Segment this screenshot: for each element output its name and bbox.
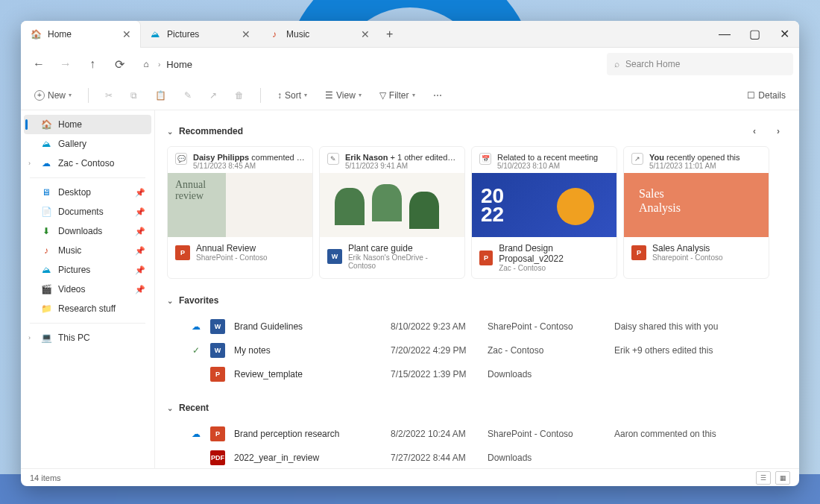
tab-music[interactable]: ♪ Music ✕ bbox=[259, 21, 379, 48]
file-row[interactable]: PDF 2022_year_in_review 7/27/2022 8:44 A… bbox=[167, 446, 787, 468]
file-type-icon: P bbox=[479, 251, 493, 265]
section-header-recommended[interactable]: ⌄ Recommended ‹ › bbox=[167, 116, 787, 146]
downloads-icon: ⬇ bbox=[40, 225, 52, 237]
file-name: Brand Design Proposal_v2022 bbox=[499, 243, 609, 264]
tab-home[interactable]: 🏠 Home ✕ bbox=[21, 21, 140, 48]
sidebar-label: Research stuff bbox=[58, 303, 116, 314]
file-row[interactable]: ✓ W My notes 7/20/2022 4:29 PM Zac - Con… bbox=[167, 338, 787, 362]
up-button[interactable]: ↑ bbox=[81, 52, 104, 76]
activity-text: Erik Nason + 1 other edited this bbox=[345, 153, 457, 162]
view-button[interactable]: ☰ View ▾ bbox=[321, 87, 366, 104]
scroll-left-button[interactable]: ‹ bbox=[745, 122, 763, 140]
home-icon: 🏠 bbox=[40, 119, 52, 130]
section-title: Recent bbox=[179, 403, 209, 413]
tab-pictures[interactable]: ⛰ Pictures ✕ bbox=[140, 21, 259, 48]
close-icon[interactable]: ✕ bbox=[122, 28, 131, 40]
music-icon: ♪ bbox=[40, 245, 52, 256]
sort-button[interactable]: ↕ Sort ▾ bbox=[273, 87, 312, 104]
share-button[interactable]: ↗ bbox=[205, 87, 221, 104]
pin-icon[interactable]: 📌 bbox=[135, 188, 145, 198]
forward-button[interactable]: → bbox=[54, 52, 78, 76]
section-header-favorites[interactable]: ⌄ Favorites bbox=[167, 289, 787, 312]
back-button[interactable]: ← bbox=[27, 52, 51, 76]
pin-icon[interactable]: 📌 bbox=[135, 227, 145, 236]
pin-icon[interactable]: 📌 bbox=[135, 265, 145, 275]
file-row[interactable]: ☁ P Brand perception research 8/2/2022 1… bbox=[167, 422, 787, 446]
recommended-card[interactable]: ↗ You recently opened this 5/11/2023 11:… bbox=[623, 146, 769, 279]
pictures-icon: ⛰ bbox=[40, 264, 52, 276]
pictures-icon: ⛰ bbox=[149, 28, 161, 40]
content: ⌄ Recommended ‹ › 💬 Daisy Philipps comme… bbox=[155, 110, 799, 468]
view-details-button[interactable]: ☰ bbox=[756, 471, 771, 485]
activity-text: Related to a recent meeting bbox=[497, 153, 609, 162]
close-icon[interactable]: ✕ bbox=[361, 28, 370, 40]
view-thumbnails-button[interactable]: ▦ bbox=[775, 471, 790, 485]
address-bar[interactable]: ⌂ › Home bbox=[134, 58, 604, 70]
refresh-button[interactable]: ⟳ bbox=[107, 52, 131, 76]
sidebar-item-zac[interactable]: ›☁Zac - Contoso bbox=[24, 154, 151, 173]
recommended-card[interactable]: 💬 Daisy Philipps commented on... 5/11/20… bbox=[167, 146, 313, 279]
chevron-down-icon: ▾ bbox=[69, 92, 72, 98]
paste-button[interactable]: 📋 bbox=[151, 87, 171, 104]
pin-icon[interactable]: 📌 bbox=[135, 207, 145, 217]
sidebar-item-pictures[interactable]: ⛰Pictures📌 bbox=[24, 260, 151, 280]
documents-icon: 📄 bbox=[40, 206, 52, 218]
scroll-right-button[interactable]: › bbox=[769, 122, 787, 140]
sidebar-label: Documents bbox=[58, 207, 104, 217]
sidebar-item-research[interactable]: 📁Research stuff bbox=[24, 299, 151, 318]
sidebar-item-home[interactable]: 🏠Home bbox=[24, 115, 151, 134]
rename-button[interactable]: ✎ bbox=[180, 87, 196, 104]
chevron-right-icon[interactable]: › bbox=[28, 160, 31, 167]
sidebar-item-desktop[interactable]: 🖥Desktop📌 bbox=[24, 183, 151, 202]
minimize-button[interactable]: — bbox=[710, 21, 739, 48]
section-header-recent[interactable]: ⌄ Recent bbox=[167, 397, 787, 419]
pin-icon[interactable]: 📌 bbox=[135, 285, 145, 294]
chevron-down-icon: ▾ bbox=[359, 92, 362, 98]
recommended-card[interactable]: ✎ Erik Nason + 1 other edited this 5/11/… bbox=[319, 146, 465, 279]
close-button[interactable]: ✕ bbox=[769, 21, 799, 48]
sidebar-item-gallery[interactable]: ⛰Gallery bbox=[24, 134, 151, 154]
sidebar-item-videos[interactable]: 🎬Videos📌 bbox=[24, 280, 151, 299]
file-type-icon: P bbox=[631, 245, 646, 260]
favorites-list: ☁ W Brand Guidelines 8/10/2022 9:23 AM S… bbox=[167, 315, 787, 386]
file-activity: Aaron commented on this bbox=[614, 429, 784, 439]
toolbar: + New ▾ ✂ ⧉ 📋 ✎ ↗ 🗑 ↕ Sort ▾ ☰ View ▾ ▽ … bbox=[21, 81, 799, 110]
file-type-icon: P bbox=[175, 245, 190, 260]
file-activity: Daisy shared this with you bbox=[614, 321, 784, 332]
maximize-button[interactable]: ▢ bbox=[739, 21, 769, 48]
gallery-icon: ⛰ bbox=[40, 138, 52, 150]
sidebar-item-thispc[interactable]: ›💻This PC bbox=[24, 328, 151, 347]
activity-icon: 📅 bbox=[479, 153, 491, 165]
chevron-down-icon: ▾ bbox=[304, 92, 307, 98]
sidebar-item-documents[interactable]: 📄Documents📌 bbox=[24, 202, 151, 221]
filter-button[interactable]: ▽ Filter ▾ bbox=[375, 87, 420, 104]
delete-button[interactable]: 🗑 bbox=[230, 87, 248, 104]
recommended-card[interactable]: 📅 Related to a recent meeting 5/10/2023 … bbox=[471, 146, 617, 279]
sidebar-label: Videos bbox=[58, 284, 85, 294]
more-button[interactable]: ⋯ bbox=[429, 87, 447, 104]
file-name: Brand Guidelines bbox=[234, 321, 383, 332]
activity-icon: ✎ bbox=[327, 153, 339, 165]
new-tab-button[interactable]: + bbox=[379, 28, 400, 41]
file-row[interactable]: P Review_template 7/15/2022 1:39 PM Down… bbox=[167, 362, 787, 386]
search-input[interactable]: ⌕ Search Home bbox=[607, 53, 793, 75]
details-button[interactable]: ☐ Details bbox=[742, 87, 790, 104]
copy-button[interactable]: ⧉ bbox=[126, 87, 142, 104]
synced-status-icon: ✓ bbox=[192, 345, 200, 356]
thumbnail bbox=[168, 173, 312, 237]
cut-button[interactable]: ✂ bbox=[101, 87, 117, 104]
view-icon: ☰ bbox=[325, 90, 333, 101]
close-icon[interactable]: ✕ bbox=[242, 28, 250, 40]
sidebar-item-downloads[interactable]: ⬇Downloads📌 bbox=[24, 221, 151, 241]
pin-icon[interactable]: 📌 bbox=[135, 246, 145, 256]
file-row[interactable]: ☁ W Brand Guidelines 8/10/2022 9:23 AM S… bbox=[167, 315, 787, 338]
chevron-right-icon[interactable]: › bbox=[28, 334, 31, 341]
titlebar: 🏠 Home ✕ ⛰ Pictures ✕ ♪ Music ✕ + — ▢ ✕ bbox=[21, 21, 799, 48]
sidebar-item-music[interactable]: ♪Music📌 bbox=[24, 241, 151, 260]
new-button[interactable]: + New ▾ bbox=[30, 87, 76, 104]
sidebar-label: Desktop bbox=[58, 187, 91, 198]
address-text: Home bbox=[166, 59, 192, 70]
activity-time: 5/11/2023 9:41 AM bbox=[345, 162, 457, 170]
music-icon: ♪ bbox=[268, 28, 280, 40]
file-type-icon: P bbox=[210, 426, 225, 441]
